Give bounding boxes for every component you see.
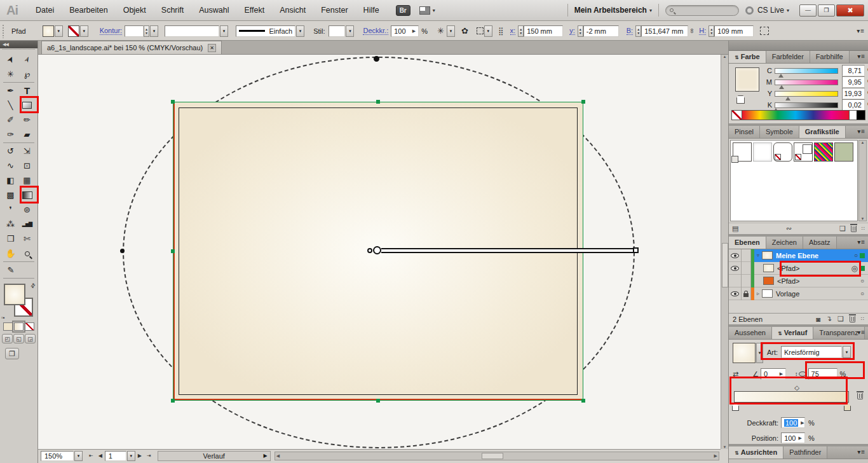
tool-blob-brush[interactable]: ✑ (3, 127, 19, 142)
draw-inside-button[interactable]: ◲ (25, 334, 36, 343)
style-thumb-blank[interactable] (753, 142, 772, 162)
cyan-slider[interactable] (775, 68, 838, 74)
black-slider[interactable] (775, 102, 838, 108)
style-libraries-icon[interactable]: ▤ (732, 225, 738, 233)
tool-pencil[interactable]: ✏ (19, 113, 36, 127)
menu-ansicht[interactable]: Ansicht (272, 6, 313, 15)
gradient-slider[interactable]: ◇ (731, 384, 865, 412)
tab-farbe[interactable]: ⇅Farbe (729, 51, 766, 63)
style-thumb-double[interactable] (794, 142, 813, 162)
height-stepper[interactable]: ▴▾ (709, 25, 714, 37)
tab-aussehen[interactable]: Aussehen (729, 327, 772, 339)
status-menu-icon[interactable]: ▶ (264, 453, 268, 459)
new-sublayer-icon[interactable]: ↴ (826, 315, 832, 323)
tool-perspective-grid[interactable]: ▦ (19, 173, 36, 188)
tab-farbfelder[interactable]: Farbfelder (766, 51, 810, 63)
tool-lasso[interactable]: ℘ (19, 67, 36, 81)
scroll-right-icon[interactable]: ▶ (714, 453, 717, 459)
gradient-preview-swatch[interactable] (733, 343, 756, 363)
toolbar-collapse-button[interactable]: ◀◀ (0, 41, 37, 48)
style-dropdown-icon[interactable]: ▾ (346, 25, 354, 37)
window-restore-button[interactable]: ❐ (818, 4, 835, 17)
layer-lock-toggle[interactable] (742, 275, 751, 287)
scroll-left-icon[interactable]: ◀ (276, 453, 280, 459)
tool-magic-wand[interactable]: ✳ (3, 67, 19, 81)
kontur-link[interactable]: Kontur: (100, 27, 122, 35)
anchor-bottom-right[interactable] (581, 399, 585, 403)
draw-normal-button[interactable]: ◰ (2, 334, 13, 343)
tool-rectangle[interactable] (19, 98, 36, 113)
variable-width-profile-field[interactable]: Einfach (236, 25, 295, 37)
layer-target-icon[interactable]: ○ (854, 252, 858, 259)
tab-pinsel[interactable]: Pinsel (729, 126, 760, 138)
zoom-dropdown-icon[interactable]: ▾ (74, 451, 83, 461)
make-clipping-mask-icon[interactable]: ◙ (816, 315, 820, 323)
layer-visibility-toggle[interactable] (729, 287, 742, 300)
align-panel-menu-icon[interactable]: ▾≡ (857, 448, 865, 455)
screen-mode-button[interactable]: ❐ (5, 348, 19, 359)
x-stepper[interactable]: ▴▾ (518, 25, 524, 37)
tool-paintbrush[interactable]: ✐ (3, 113, 19, 127)
window-minimize-button[interactable]: — (799, 4, 817, 17)
opacity-field[interactable]: 100 ▶ (391, 25, 419, 37)
tool-hand[interactable]: ✋ (3, 246, 19, 261)
menu-bearbeiten[interactable]: Bearbeiten (62, 6, 115, 15)
anchor-top-center[interactable] (376, 100, 380, 104)
canvas[interactable] (38, 55, 721, 449)
gradient-panel-menu-icon[interactable]: ▾≡ (857, 329, 865, 336)
layer-thumbnail[interactable] (762, 289, 773, 298)
gradient-midpoint-icon[interactable]: ◇ (794, 384, 799, 391)
tool-free-pencil[interactable]: ✎ (3, 263, 19, 277)
tool-scale[interactable]: ⇲ (19, 144, 36, 158)
style-thumb-rounded[interactable] (773, 142, 792, 162)
black-value-field[interactable]: 0,02 (842, 99, 865, 111)
arrange-dropdown-icon[interactable]: ▾ (433, 8, 435, 13)
document-close-icon[interactable]: ✕ (208, 44, 216, 52)
tool-eraser[interactable]: ▰ (19, 127, 36, 142)
fill-dropdown-icon[interactable]: ▾ (55, 25, 63, 37)
tab-ausrichten[interactable]: ⇅Ausrichten (729, 446, 783, 459)
none-mode-button[interactable] (25, 322, 34, 331)
deckkr-link[interactable]: Deckkr.: (363, 27, 388, 35)
select-similar-icon[interactable]: ✳ (437, 26, 444, 36)
stop-opacity-field[interactable]: 100 ▶ (781, 417, 805, 428)
gradient-annotator-bar[interactable] (381, 248, 635, 253)
layer-lock-toggle[interactable] (742, 262, 751, 275)
constrain-proportions-icon[interactable]: ∞ (689, 29, 696, 33)
delete-style-icon[interactable] (851, 226, 857, 232)
magenta-value-field[interactable]: 9,95 (842, 76, 865, 88)
gradient-annotator-origin-dot[interactable] (367, 248, 372, 253)
gradient-annotator-end-handle[interactable] (633, 247, 639, 253)
horizontal-scrollbar[interactable]: ◀ ▶ (275, 452, 719, 460)
style-thumb-default[interactable] (733, 142, 752, 162)
brush-dropdown-icon[interactable]: ▾ (220, 25, 228, 37)
tool-artboard[interactable]: ❒ (3, 232, 19, 246)
styles-scrollbar[interactable]: ▲ ▼ (858, 140, 867, 221)
tool-type[interactable]: T (19, 83, 36, 98)
layer-visibility-toggle[interactable] (729, 249, 742, 262)
anchor-bottom-left[interactable] (171, 399, 175, 403)
layer-expand-icon[interactable]: ▿ (754, 252, 762, 258)
layer-name[interactable]: Vorlage (776, 290, 860, 298)
tool-mesh[interactable]: ▩ (3, 188, 19, 202)
panel-resize-grip[interactable]: ∷ (861, 316, 864, 322)
menu-schrift[interactable]: Schrift (154, 6, 191, 15)
path-name[interactable]: <Pfad> (777, 277, 860, 285)
color-panel-menu-icon[interactable]: ▾≡ (857, 53, 865, 60)
color-fill-swatch[interactable] (735, 67, 759, 92)
layer-row-vorlage[interactable]: ▹ Vorlage ○ (729, 287, 868, 300)
transform-icon[interactable] (760, 27, 769, 35)
break-link-icon[interactable]: ∾ (786, 225, 792, 233)
tool-column-graph[interactable]: ▂▅▇ (19, 217, 36, 232)
style-field[interactable] (329, 25, 345, 37)
brush-definition-field[interactable] (165, 25, 219, 37)
tool-symbol-sprayer[interactable]: ⁂ (3, 217, 19, 232)
spectrum-white-swatch[interactable] (849, 111, 857, 120)
transform-grid-icon[interactable]: ⣿ (498, 27, 503, 36)
layers-panel-menu-icon[interactable]: ▾≡ (857, 238, 865, 245)
menu-datei[interactable]: Datei (28, 6, 62, 15)
select-similar-dropdown-icon[interactable]: ▾ (447, 25, 455, 37)
anchor-bottom-center[interactable] (376, 399, 380, 403)
menu-auswahl[interactable]: Auswahl (191, 6, 236, 15)
workspace-dropdown-icon[interactable]: ▾ (649, 8, 652, 13)
